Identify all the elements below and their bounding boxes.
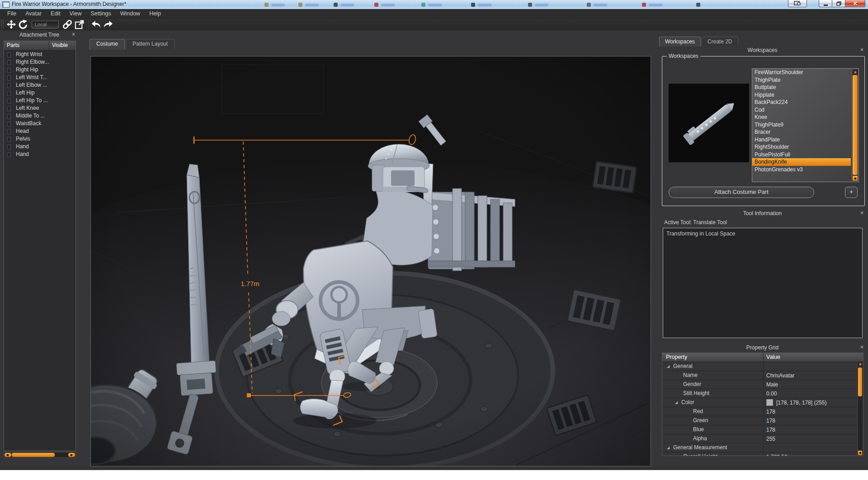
close-panel-icon[interactable]: × <box>72 32 75 38</box>
toolbar-grip[interactable] <box>0 19 4 29</box>
attachment-tree-list[interactable]: Parts Visible Right Wrist Right Elbow... <box>4 41 76 451</box>
column-property[interactable]: Property <box>662 353 764 362</box>
attachment-tree-row[interactable]: Left Wrist T... <box>4 74 75 81</box>
expander-icon[interactable] <box>7 99 11 104</box>
expander-icon[interactable] <box>7 60 11 65</box>
display-toggle-button[interactable] <box>788 0 807 7</box>
menu-item[interactable]: Avatar <box>21 9 46 18</box>
scrollbar-thumb[interactable] <box>853 75 858 175</box>
workspace-list-item[interactable]: PulsePistolFull <box>752 151 851 159</box>
expander-icon[interactable] <box>7 152 11 157</box>
scroll-left-button[interactable] <box>5 453 11 457</box>
expander-icon[interactable] <box>7 83 11 88</box>
detach-window-button[interactable] <box>73 19 85 30</box>
menu-item[interactable]: Edit <box>46 9 65 18</box>
property-grid[interactable]: Property Value ◢General <box>662 353 863 456</box>
workspace-list-item[interactable]: ThighPlate <box>752 76 851 84</box>
attachment-tree-row[interactable]: Hand <box>4 151 75 158</box>
property-grid-header[interactable]: Property Grid × <box>659 344 866 351</box>
scrollbar-thumb[interactable] <box>12 453 55 457</box>
column-value[interactable]: Value <box>764 353 863 362</box>
attach-costume-part-button[interactable]: Attach Costume Part <box>669 187 814 198</box>
scroll-right-button[interactable] <box>68 453 75 457</box>
transform-space-select[interactable]: Local <box>32 21 59 28</box>
expander-icon[interactable] <box>7 68 11 73</box>
move-tool-button[interactable] <box>5 19 17 30</box>
scrollbar-thumb[interactable] <box>858 367 862 396</box>
attachment-tree-row[interactable]: Middle To ... <box>4 112 75 120</box>
undo-button[interactable] <box>90 19 102 30</box>
workspace-list-item[interactable]: PhotonGrenades v3 <box>752 166 851 174</box>
tool-message-box[interactable]: Transforming in Local Space <box>663 228 863 338</box>
redo-button[interactable] <box>102 19 114 30</box>
right-panel-tab[interactable]: Create 2D <box>702 37 738 46</box>
scene-canvas[interactable]: 1.77m <box>91 56 651 466</box>
add-workspace-button[interactable]: + <box>845 187 858 198</box>
workspace-list-item[interactable]: BackPack224 <box>752 99 851 106</box>
menu-item[interactable]: File <box>3 9 21 18</box>
attachment-tree-row[interactable]: Head <box>4 127 75 135</box>
expander-icon[interactable] <box>7 122 11 127</box>
attachment-tree-row[interactable]: Right Hip <box>4 66 75 74</box>
workspace-list[interactable]: FireWarriorShoulder ThighPlate Buttplate… <box>752 68 859 182</box>
attachment-tree-row[interactable]: Hand <box>4 143 75 151</box>
property-grid-scrollbar[interactable] <box>857 362 863 456</box>
viewport-tab[interactable]: Pattern Layout <box>126 39 175 49</box>
property-row[interactable]: Overall Height 1,769.56 <box>662 452 863 456</box>
tool-information-header[interactable]: Tool Information × <box>659 210 866 217</box>
property-row[interactable]: ◢General Measurement <box>662 443 863 452</box>
attachment-tree-row[interactable]: Right Wrist <box>4 51 75 58</box>
minimize-button[interactable] <box>819 0 832 7</box>
restore-button[interactable] <box>832 0 845 7</box>
expander-icon[interactable] <box>7 145 11 150</box>
property-row[interactable]: ◢Color [178, 178, 178] (255) <box>662 398 863 407</box>
expander-icon[interactable] <box>7 114 11 119</box>
menu-item[interactable]: Settings <box>86 9 115 18</box>
workspace-list-item[interactable]: FireWarriorShoulder <box>752 69 851 76</box>
attachment-tree-row[interactable]: Left Knee <box>4 104 75 112</box>
right-panel-tab[interactable]: Workspaces <box>659 37 701 47</box>
app-icon[interactable] <box>2 1 9 8</box>
link-button[interactable] <box>61 19 73 30</box>
property-row[interactable]: Alpha 255 <box>662 434 863 443</box>
rotate-tool-button[interactable] <box>17 19 29 30</box>
attachment-tree-row[interactable]: Left Hip To ... <box>4 97 75 104</box>
viewport-tab[interactable]: Costume <box>90 39 125 50</box>
close-button[interactable]: ✕ <box>845 0 865 7</box>
scroll-down-button[interactable] <box>858 451 862 455</box>
attachment-tree-row[interactable]: Right Elbow... <box>4 58 75 66</box>
viewport-3d[interactable]: 1.77m <box>90 56 651 466</box>
workspace-list-scrollbar[interactable] <box>852 69 858 181</box>
menu-item[interactable]: Window <box>116 9 145 18</box>
close-panel-icon[interactable]: × <box>860 344 863 350</box>
attachment-tree-header[interactable]: Attachment Tree × <box>1 32 78 38</box>
close-panel-icon[interactable]: × <box>860 210 863 216</box>
attachment-tree-row[interactable]: Left Hip <box>4 89 75 97</box>
expander-icon[interactable]: ◢ <box>667 362 673 371</box>
menu-item[interactable]: View <box>65 9 86 18</box>
workspace-thumbnail[interactable] <box>669 84 749 162</box>
property-row[interactable]: ◢General <box>662 362 863 371</box>
column-parts[interactable]: Parts <box>4 41 49 50</box>
workspace-list-item[interactable]: BondingKnife <box>752 158 851 166</box>
titlebar[interactable]: Fire Warrior Workspace - Armorsmith Desi… <box>0 0 868 9</box>
attachment-tree-row[interactable]: WaistBack <box>4 120 75 127</box>
workspace-list-item[interactable]: Hipplate <box>752 91 851 99</box>
expander-icon[interactable] <box>7 91 11 96</box>
workspace-list-item[interactable]: Bracer <box>752 128 851 136</box>
attachment-tree-row[interactable]: Pelvis <box>4 135 75 143</box>
expander-icon[interactable]: ◢ <box>675 399 681 407</box>
property-row[interactable]: Name ChrisAvatar <box>662 371 863 380</box>
workspace-list-item[interactable]: Buttplate <box>752 84 851 91</box>
workspace-list-item[interactable]: ThighPlate9 <box>752 121 851 129</box>
close-panel-icon[interactable]: × <box>860 47 863 53</box>
workspace-list-item[interactable]: RightShoulder <box>752 143 851 151</box>
workspace-list-item[interactable]: HandPlate <box>752 136 851 144</box>
expander-icon[interactable] <box>7 52 11 57</box>
scroll-up-button[interactable] <box>858 362 862 367</box>
expander-icon[interactable] <box>7 106 11 111</box>
property-row[interactable]: Blue 178 <box>662 425 863 434</box>
workspace-list-item[interactable]: Cod <box>752 106 851 114</box>
scroll-down-button[interactable] <box>853 176 858 181</box>
attachment-tree-row[interactable]: Left Elbow ... <box>4 81 75 89</box>
